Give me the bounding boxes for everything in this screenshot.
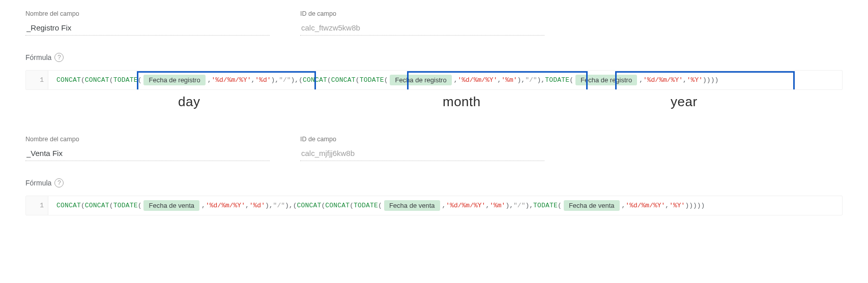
annotation-month: month — [443, 94, 481, 110]
dimension-chip[interactable]: Fecha de venta — [384, 200, 440, 211]
paren: ( — [569, 76, 573, 84]
paren-close: )))) — [689, 202, 705, 209]
string-fmt: '%d/%m/%Y' — [206, 202, 245, 209]
paren: ( — [293, 202, 297, 209]
formula-header: Fórmula ? — [25, 178, 843, 187]
dimension-chip[interactable]: Fecha de venta — [143, 200, 199, 211]
comma: , — [665, 202, 669, 209]
func-concat: CONCAT — [331, 76, 356, 84]
formula-label: Fórmula — [25, 53, 51, 61]
comma: , — [295, 76, 299, 84]
string-slash: "/" — [273, 202, 285, 209]
paren: ) — [265, 202, 269, 209]
field-id-label: ID de campo — [300, 10, 544, 17]
comma: , — [541, 76, 545, 84]
paren: ( — [81, 76, 85, 84]
paren: ( — [81, 202, 85, 209]
paren: ) — [291, 76, 295, 84]
field-id-group: ID de campo — [300, 10, 544, 36]
dimension-chip[interactable]: Fecha de registro — [390, 75, 451, 85]
paren: ( — [321, 202, 325, 209]
dimension-chip[interactable]: Fecha de venta — [564, 200, 620, 211]
string-day: '%d' — [255, 76, 271, 84]
comma: , — [208, 76, 212, 84]
comma: , — [639, 76, 643, 84]
field-meta-row: Nombre del campo ID de campo — [25, 136, 843, 161]
string-fmt: '%d/%m/%Y' — [211, 76, 251, 84]
string-year: '%Y' — [669, 202, 685, 209]
paren: ( — [378, 202, 382, 209]
func-concat: CONCAT — [56, 202, 81, 209]
func-todate: TODATE — [360, 76, 384, 84]
paren: ) — [525, 202, 529, 209]
field-name-group: Nombre del campo — [25, 136, 270, 161]
paren: ( — [558, 202, 562, 209]
comma: , — [454, 76, 458, 84]
comma: , — [509, 202, 513, 209]
string-fmt: '%d/%m/%Y' — [446, 202, 485, 209]
paren: ( — [109, 76, 113, 84]
field-name-input[interactable] — [25, 147, 270, 161]
string-fmt: '%d/%m/%Y' — [457, 76, 497, 84]
string-slash: "/" — [525, 76, 537, 84]
paren: ) — [271, 76, 275, 84]
string-slash: "/" — [279, 76, 291, 84]
comma: , — [485, 202, 489, 209]
string-month: '%m' — [489, 202, 505, 209]
field-name-group: Nombre del campo — [25, 10, 270, 36]
paren: ) — [285, 202, 289, 209]
annotation-day: day — [178, 94, 200, 110]
func-concat: CONCAT — [85, 202, 109, 209]
help-icon[interactable]: ? — [54, 53, 64, 62]
paren: ( — [299, 76, 303, 84]
formula-editor-venta[interactable]: 1 CONCAT(CONCAT( TODATE(Fecha de venta, … — [25, 196, 843, 215]
paren: ( — [138, 202, 142, 209]
comma: , — [275, 76, 279, 84]
func-todate: TODATE — [545, 76, 569, 84]
formula-label: Fórmula — [25, 179, 51, 187]
field-name-input[interactable] — [25, 21, 270, 36]
func-concat: CONCAT — [297, 202, 321, 209]
string-fmt: '%d/%m/%Y' — [625, 202, 665, 209]
help-icon[interactable]: ? — [54, 178, 64, 187]
comma: , — [497, 76, 501, 84]
formula-line[interactable]: CONCAT(CONCAT( TODATE(Fecha de registro,… — [26, 71, 842, 89]
comma: , — [521, 76, 525, 84]
annotation-row: day month year — [25, 90, 843, 115]
dimension-chip[interactable]: Fecha de registro — [575, 75, 637, 85]
func-concat: CONCAT — [303, 76, 327, 84]
paren: ) — [703, 76, 707, 84]
comma: , — [269, 202, 273, 209]
field-id-group: ID de campo — [300, 136, 544, 161]
func-todate: TODATE — [354, 202, 378, 209]
string-month: '%m' — [501, 76, 517, 84]
func-concat: CONCAT — [85, 76, 109, 84]
comma: , — [251, 76, 255, 84]
paren: ( — [350, 202, 354, 209]
formula-line[interactable]: CONCAT(CONCAT( TODATE(Fecha de venta, '%… — [26, 196, 842, 215]
comma: , — [245, 202, 249, 209]
dimension-chip[interactable]: Fecha de registro — [143, 75, 205, 85]
calculated-field-registro: Nombre del campo ID de campo Fórmula ? 1… — [0, 10, 868, 115]
paren: ( — [356, 76, 360, 84]
paren-close: ))) — [707, 76, 718, 84]
paren: ) — [517, 76, 522, 84]
paren: ) — [685, 202, 689, 209]
func-todate: TODATE — [113, 202, 138, 209]
paren: ( — [327, 76, 331, 84]
func-concat: CONCAT — [56, 76, 81, 84]
comma: , — [201, 202, 206, 209]
paren: ( — [138, 76, 142, 84]
paren: ( — [109, 202, 113, 209]
field-id-label: ID de campo — [300, 136, 544, 143]
calculated-field-venta: Nombre del campo ID de campo Fórmula ? 1… — [0, 136, 868, 215]
string-day: '%d' — [249, 202, 265, 209]
func-concat: CONCAT — [325, 202, 350, 209]
field-id-input — [300, 21, 544, 36]
field-meta-row: Nombre del campo ID de campo — [25, 10, 843, 36]
comma: , — [289, 202, 293, 209]
formula-editor-registro[interactable]: 1 CONCAT(CONCAT( TODATE(Fecha de registr… — [25, 70, 843, 90]
field-name-label: Nombre del campo — [25, 10, 270, 17]
field-id-input — [300, 147, 544, 161]
func-todate: TODATE — [533, 202, 558, 209]
